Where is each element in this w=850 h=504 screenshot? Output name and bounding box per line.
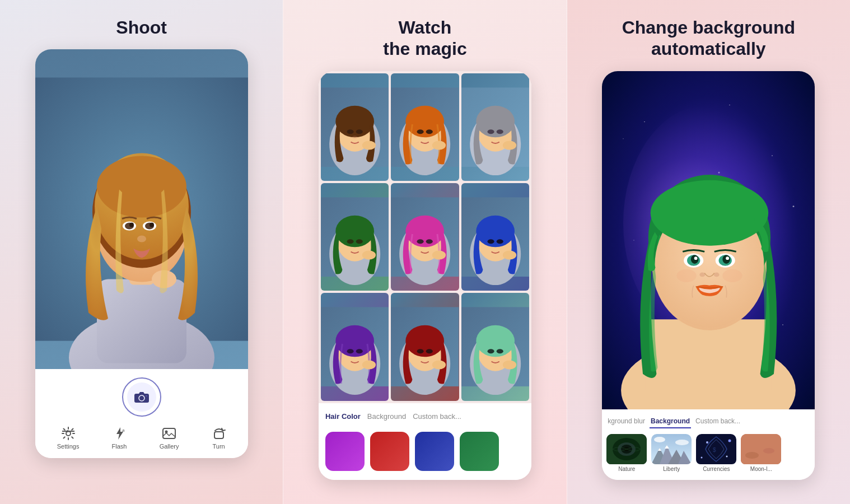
shoot-controls: Settings a Flash: [35, 369, 248, 458]
svg-point-103: [694, 256, 698, 260]
turn-label: Turn: [212, 443, 225, 450]
nav-turn[interactable]: Turn: [212, 426, 226, 450]
svg-point-33: [347, 129, 353, 134]
bg-option-nature[interactable]: Nature: [606, 434, 647, 474]
nav-settings[interactable]: Settings: [57, 426, 80, 450]
hair-cell-darkred: [391, 293, 459, 400]
svg-point-41: [417, 129, 424, 134]
moon-thumb-img: [741, 434, 781, 464]
hair-cell-gray: [461, 73, 529, 181]
tab-custom-back-change[interactable]: Custom back...: [694, 415, 741, 428]
change-title: Change background automatically: [611, 0, 806, 71]
svg-point-54: [335, 216, 374, 248]
settings-icon: [61, 426, 76, 441]
svg-point-14: [150, 223, 154, 227]
nav-flash[interactable]: a Flash: [112, 426, 127, 450]
swatch-green[interactable]: [460, 432, 499, 471]
shoot-photo-area: [35, 49, 248, 369]
watch-panel: Watch the magic: [283, 0, 567, 504]
liberty-thumb-img: [651, 434, 692, 464]
hair-cell-pink: [391, 183, 459, 291]
svg-point-69: [487, 239, 494, 244]
svg-point-111: [723, 269, 742, 282]
svg-point-76: [347, 349, 353, 354]
gallery-label: Gallery: [160, 443, 179, 450]
camera-icon: [134, 391, 150, 403]
bottom-nav: Settings a Flash: [41, 423, 242, 452]
svg-point-135: [763, 448, 774, 454]
hair-color-grid: [319, 71, 531, 403]
svg-rect-133: [741, 434, 781, 464]
color-swatches: [324, 430, 526, 475]
svg-point-92: [502, 361, 516, 370]
change-tabs-row: kground blur Background Custom back...: [606, 415, 810, 428]
svg-point-78: [362, 361, 376, 370]
svg-point-11: [129, 223, 134, 227]
flash-label: Flash: [112, 443, 127, 450]
svg-text:a: a: [122, 428, 125, 433]
hair-cell-orange: [391, 73, 459, 181]
svg-point-18: [139, 395, 144, 401]
watch-title: Watch the magic: [372, 0, 478, 71]
svg-point-82: [406, 325, 445, 357]
svg-rect-126: [696, 434, 736, 464]
svg-point-110: [677, 269, 697, 282]
change-panel: Change background automatically: [567, 0, 850, 504]
svg-text:$: $: [713, 447, 716, 453]
turn-icon: [212, 426, 226, 441]
svg-point-32: [335, 106, 374, 138]
svg-point-84: [426, 349, 433, 354]
svg-rect-26: [163, 428, 175, 438]
svg-point-83: [417, 349, 424, 354]
svg-point-15: [137, 236, 146, 242]
swatch-blue[interactable]: [415, 432, 454, 471]
svg-point-108: [700, 272, 706, 277]
bg-thumbnails: Nature: [606, 434, 810, 477]
bg-option-liberty[interactable]: Liberty: [651, 434, 692, 474]
svg-point-127: [706, 441, 708, 444]
svg-point-27: [165, 431, 168, 433]
swatch-red[interactable]: [370, 432, 409, 471]
svg-point-57: [362, 251, 376, 260]
svg-point-36: [362, 141, 376, 150]
hair-cell-blue: [461, 183, 529, 291]
svg-rect-28: [214, 432, 223, 438]
svg-point-47: [476, 106, 515, 138]
svg-point-62: [417, 239, 424, 244]
svg-rect-3: [97, 279, 186, 363]
tab-background-watch[interactable]: Background: [366, 410, 407, 423]
svg-rect-25: [163, 428, 175, 438]
swatch-purple[interactable]: [325, 432, 365, 471]
svg-point-50: [502, 141, 516, 150]
camera-button-inner: [127, 382, 156, 412]
svg-point-109: [714, 272, 720, 277]
bg-option-currencies[interactable]: $ Currencies: [696, 434, 736, 474]
svg-point-23: [67, 430, 69, 432]
svg-point-99: [651, 180, 768, 246]
tab-background-change[interactable]: Background: [650, 415, 691, 428]
camera-button[interactable]: [122, 377, 161, 417]
svg-point-85: [432, 361, 446, 370]
svg-point-128: [726, 455, 728, 457]
bg-option-moon[interactable]: Moon-l...: [741, 434, 781, 474]
change-phone: kground blur Background Custom back...: [602, 71, 815, 480]
svg-point-63: [426, 239, 433, 244]
svg-point-124: [654, 437, 665, 442]
nav-gallery[interactable]: Gallery: [160, 426, 179, 450]
svg-point-130: [701, 456, 703, 458]
tab-kground-blur[interactable]: kground blur: [606, 415, 646, 428]
nature-thumb-img: [606, 434, 647, 464]
hair-cell-brown: [321, 73, 389, 181]
svg-point-107: [726, 256, 729, 260]
change-photo-area: [602, 71, 815, 409]
svg-point-48: [487, 129, 494, 134]
svg-point-34: [356, 129, 363, 134]
hair-cell-green: [321, 183, 389, 291]
svg-point-134: [745, 452, 759, 459]
svg-point-71: [502, 251, 516, 260]
shoot-panel: Shoot: [0, 0, 283, 504]
tab-custom-back-watch[interactable]: Custom back...: [412, 410, 463, 423]
tab-hair-color[interactable]: Hair Color: [324, 410, 362, 423]
shoot-phone: Settings a Flash: [35, 49, 248, 458]
watch-tabs-row: Hair Color Background Custom back...: [324, 410, 526, 423]
